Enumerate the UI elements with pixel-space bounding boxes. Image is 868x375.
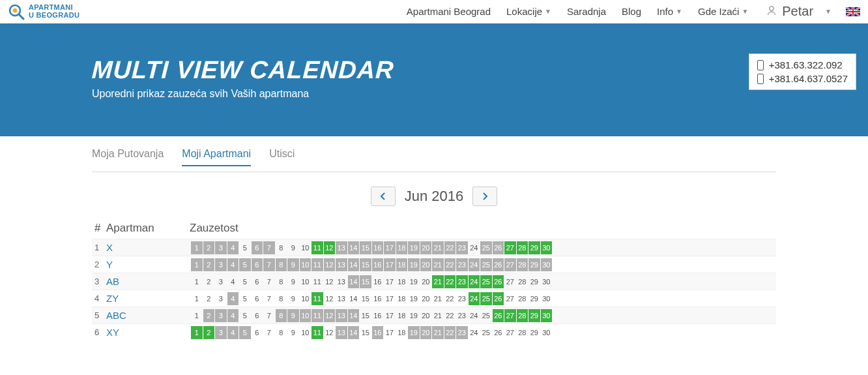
day-cell[interactable]: 27 (504, 241, 516, 254)
user-menu[interactable]: Petar ▼ (766, 4, 832, 19)
day-cell[interactable]: 24 (469, 241, 480, 254)
day-cell[interactable]: 10 (300, 309, 311, 322)
day-cell[interactable]: 6 (252, 326, 263, 339)
day-cell[interactable]: 29 (528, 292, 540, 305)
day-cell[interactable]: 23 (456, 292, 468, 305)
day-cell[interactable]: 15 (360, 275, 371, 288)
day-cell[interactable]: 27 (504, 292, 516, 305)
day-cell[interactable]: 26 (493, 292, 504, 305)
day-cell[interactable]: 11 (311, 309, 323, 322)
day-cell[interactable]: 3 (215, 258, 227, 271)
day-cell[interactable]: 24 (469, 258, 480, 271)
day-cell[interactable]: 2 (203, 241, 215, 254)
day-cell[interactable]: 11 (311, 241, 323, 254)
day-cell[interactable]: 23 (456, 275, 468, 288)
day-cell[interactable]: 22 (444, 292, 456, 305)
nav-gde-izaci[interactable]: Gde Izaći▼ (698, 6, 748, 17)
day-cell[interactable]: 7 (263, 309, 275, 322)
day-cell[interactable]: 5 (239, 241, 251, 254)
day-cell[interactable]: 26 (493, 275, 504, 288)
day-cell[interactable]: 13 (336, 241, 347, 254)
day-cell[interactable]: 29 (528, 258, 540, 271)
day-cell[interactable]: 22 (444, 275, 456, 288)
day-cell[interactable]: 27 (504, 309, 516, 322)
day-cell[interactable]: 17 (384, 258, 396, 271)
day-cell[interactable]: 29 (528, 275, 540, 288)
day-cell[interactable]: 30 (541, 309, 553, 322)
contact-phone-2[interactable]: +381.64.637.0527 (757, 72, 848, 85)
day-cell[interactable]: 6 (252, 241, 263, 254)
day-cell[interactable]: 17 (384, 275, 396, 288)
day-cell[interactable]: 26 (493, 309, 504, 322)
day-cell[interactable]: 4 (227, 258, 239, 271)
day-cell[interactable]: 2 (203, 275, 215, 288)
day-cell[interactable]: 2 (203, 309, 215, 322)
day-cell[interactable]: 14 (348, 326, 360, 339)
day-cell[interactable]: 10 (300, 292, 311, 305)
day-cell[interactable]: 22 (444, 309, 456, 322)
prev-month-button[interactable] (371, 187, 396, 206)
day-cell[interactable]: 28 (517, 258, 528, 271)
day-cell[interactable]: 24 (469, 309, 480, 322)
day-cell[interactable]: 8 (276, 275, 287, 288)
day-cell[interactable]: 10 (300, 326, 311, 339)
day-cell[interactable]: 9 (287, 275, 299, 288)
day-cell[interactable]: 26 (493, 258, 504, 271)
day-cell[interactable]: 20 (420, 326, 432, 339)
day-cell[interactable]: 27 (504, 275, 516, 288)
apartment-link[interactable]: ABC (106, 310, 187, 321)
day-cell[interactable]: 8 (276, 309, 287, 322)
logo[interactable]: APARTMANI U BEOGRADU (8, 3, 80, 20)
day-cell[interactable]: 28 (517, 241, 528, 254)
day-cell[interactable]: 16 (372, 309, 384, 322)
day-cell[interactable]: 12 (324, 258, 336, 271)
tab-moji-apartmani[interactable]: Moji Apartmani (182, 148, 251, 166)
day-cell[interactable]: 17 (384, 326, 396, 339)
apartment-link[interactable]: AB (106, 276, 187, 287)
day-cell[interactable]: 15 (360, 326, 371, 339)
day-cell[interactable]: 3 (215, 292, 227, 305)
day-cell[interactable]: 21 (432, 309, 444, 322)
day-cell[interactable]: 7 (263, 275, 275, 288)
day-cell[interactable]: 6 (252, 258, 263, 271)
day-cell[interactable]: 4 (227, 326, 239, 339)
day-cell[interactable]: 12 (324, 275, 336, 288)
day-cell[interactable]: 20 (420, 258, 432, 271)
day-cell[interactable]: 30 (541, 258, 553, 271)
day-cell[interactable]: 19 (408, 258, 420, 271)
day-cell[interactable]: 14 (348, 241, 360, 254)
next-month-button[interactable] (472, 187, 497, 206)
day-cell[interactable]: 1 (191, 292, 203, 305)
day-cell[interactable]: 16 (372, 275, 384, 288)
nav-saradnja[interactable]: Saradnja (567, 6, 606, 17)
day-cell[interactable]: 17 (384, 241, 396, 254)
day-cell[interactable]: 11 (311, 326, 323, 339)
day-cell[interactable]: 8 (276, 241, 287, 254)
day-cell[interactable]: 22 (444, 258, 456, 271)
day-cell[interactable]: 12 (324, 326, 336, 339)
day-cell[interactable]: 23 (456, 241, 468, 254)
day-cell[interactable]: 29 (528, 309, 540, 322)
day-cell[interactable]: 17 (384, 309, 396, 322)
day-cell[interactable]: 21 (432, 258, 444, 271)
day-cell[interactable]: 3 (215, 309, 227, 322)
day-cell[interactable]: 7 (263, 326, 275, 339)
day-cell[interactable]: 4 (227, 241, 239, 254)
day-cell[interactable]: 1 (191, 309, 203, 322)
day-cell[interactable]: 30 (541, 326, 553, 339)
day-cell[interactable]: 10 (300, 258, 311, 271)
day-cell[interactable]: 1 (191, 241, 203, 254)
day-cell[interactable]: 9 (287, 292, 299, 305)
apartment-link[interactable]: Y (106, 259, 187, 270)
day-cell[interactable]: 28 (517, 275, 528, 288)
day-cell[interactable]: 18 (396, 241, 408, 254)
day-cell[interactable]: 5 (239, 292, 251, 305)
day-cell[interactable]: 21 (432, 326, 444, 339)
day-cell[interactable]: 13 (336, 258, 347, 271)
day-cell[interactable]: 21 (432, 275, 444, 288)
day-cell[interactable]: 22 (444, 241, 456, 254)
day-cell[interactable]: 26 (493, 241, 504, 254)
day-cell[interactable]: 29 (528, 326, 540, 339)
day-cell[interactable]: 11 (311, 275, 323, 288)
day-cell[interactable]: 24 (469, 292, 480, 305)
